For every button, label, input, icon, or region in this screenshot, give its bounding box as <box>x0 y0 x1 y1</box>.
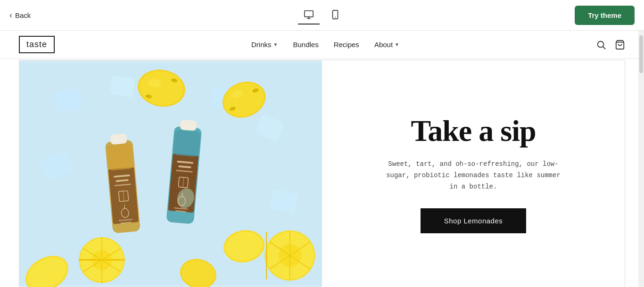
search-icon <box>596 40 606 50</box>
svg-line-69 <box>182 193 182 197</box>
hero-scene-illustration <box>19 60 322 287</box>
search-button[interactable] <box>596 40 606 50</box>
svg-rect-59 <box>180 120 197 131</box>
store-menu: Drinks ▼ Bundles Recipes About ▼ <box>251 41 399 49</box>
menu-label-recipes: Recipes <box>334 41 359 49</box>
hero-section: Take a sip Sweet, tart, and oh-so-refres… <box>19 60 625 287</box>
svg-rect-29 <box>266 232 267 279</box>
mobile-icon <box>330 9 340 20</box>
store-action-icons <box>596 40 625 50</box>
desktop-view-button[interactable] <box>298 6 320 25</box>
svg-rect-53 <box>106 143 134 171</box>
store-navigation: taste Drinks ▼ Bundles Recipes About ▼ <box>0 31 644 59</box>
back-label: Back <box>15 11 31 19</box>
device-toggle-group <box>298 6 346 25</box>
chevron-down-icon: ▼ <box>273 42 278 47</box>
svg-point-5 <box>598 41 604 47</box>
svg-point-33 <box>279 244 302 267</box>
scrollbar-track[interactable] <box>638 31 644 287</box>
svg-line-6 <box>603 47 605 49</box>
menu-item-recipes[interactable]: Recipes <box>334 41 359 49</box>
cart-button[interactable] <box>615 40 625 50</box>
svg-rect-10 <box>109 75 135 98</box>
svg-point-40 <box>92 250 112 270</box>
try-theme-button[interactable]: Try theme <box>575 6 635 25</box>
menu-item-bundles[interactable]: Bundles <box>293 41 318 49</box>
menu-label-drinks: Drinks <box>251 41 272 49</box>
hero-subtitle: Sweet, tart, and oh-so-refreshing, our l… <box>384 159 563 192</box>
svg-rect-46 <box>110 133 127 145</box>
chevron-down-icon-about: ▼ <box>395 42 399 47</box>
mobile-view-button[interactable] <box>324 6 346 25</box>
svg-rect-0 <box>305 11 313 17</box>
hero-title: Take a sip <box>411 115 536 148</box>
svg-rect-66 <box>173 130 201 157</box>
scrollbar-thumb[interactable] <box>639 35 643 73</box>
menu-item-drinks[interactable]: Drinks ▼ <box>251 41 278 49</box>
hero-text-panel: Take a sip Sweet, tart, and oh-so-refres… <box>322 60 625 287</box>
back-button[interactable]: ‹ Back <box>9 10 31 20</box>
cart-icon <box>615 40 625 50</box>
hero-image-panel <box>19 60 322 287</box>
shop-lemonades-button[interactable]: Shop Lemonades <box>421 208 527 233</box>
back-arrow-icon: ‹ <box>9 10 12 20</box>
menu-item-about[interactable]: About ▼ <box>374 41 399 49</box>
desktop-icon <box>304 9 314 20</box>
menu-label-bundles: Bundles <box>293 41 318 49</box>
menu-label-about: About <box>374 41 393 49</box>
store-logo[interactable]: taste <box>19 36 55 53</box>
top-bar: ‹ Back Try theme <box>0 0 644 31</box>
svg-line-55 <box>124 205 125 209</box>
